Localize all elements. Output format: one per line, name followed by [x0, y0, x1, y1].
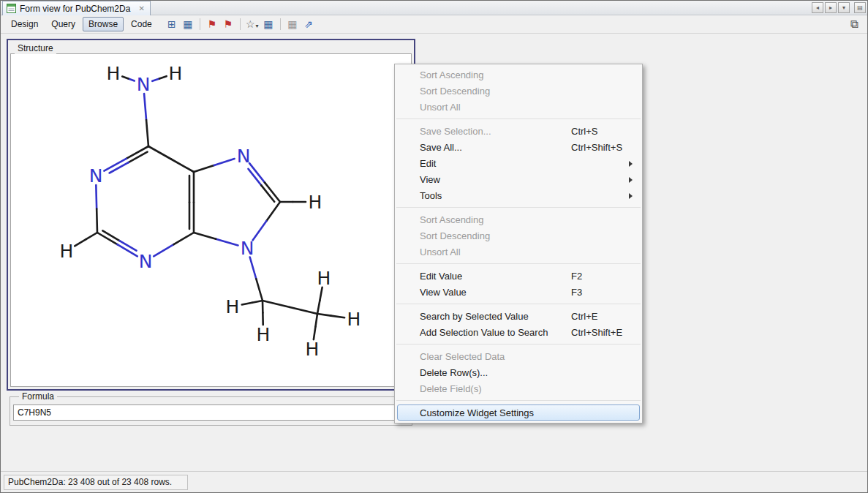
menu-item-customize-widget-settings[interactable]: Customize Widget Settings [397, 404, 640, 421]
tab-bar: Form view for PubChem2Da ✕ ◂▸▾▤ [1, 1, 867, 15]
toolbar: DesignQueryBrowseCode ⊞▦⚑⚑☆▾▦▦⇗ ⧉ [1, 15, 867, 34]
toolbar-separator [200, 18, 200, 30]
menu-separator [396, 344, 641, 345]
selection-flag-add-icon[interactable]: ⚑ [220, 17, 236, 31]
bond-line [152, 79, 159, 81]
menu-item-unsort-all: Unsort All [397, 244, 640, 260]
menu-item-add-selection-value-to-search[interactable]: Add Selection Value to SearchCtrl+Shift+… [397, 324, 640, 340]
atom-label-h: H [317, 268, 331, 289]
menu-item-label: Add Selection Value to Search [420, 327, 548, 338]
diagonal-resize-icon[interactable]: ⇗ [301, 17, 317, 31]
menu-item-label: Delete Row(s)... [420, 367, 488, 378]
bond-line [216, 239, 238, 246]
menu-item-shortcut: F2 [571, 268, 582, 285]
toolbar-button-code[interactable]: Code [125, 17, 158, 31]
menu-item-label: Customize Widget Settings [420, 407, 534, 418]
submenu-arrow-icon [629, 177, 633, 183]
bond-line [331, 316, 345, 318]
atom-label-n: N [137, 74, 151, 95]
locked-grid-icon[interactable]: ▦ [260, 17, 276, 31]
menu-item-save-selection: Save Selection...Ctrl+S [397, 123, 640, 139]
menu-item-search-by-selected-value[interactable]: Search by Selected ValueCtrl+E [397, 308, 640, 324]
formula-field[interactable]: C7H9N5 [13, 404, 409, 421]
toolbar-button-browse[interactable]: Browse [83, 17, 124, 31]
bond-line [194, 165, 214, 172]
dropdown-arrow-icon[interactable]: ▾ [256, 23, 259, 29]
menu-item-label: Clear Selected Data [420, 351, 505, 362]
atom-label-h: H [226, 296, 240, 317]
bond-line [75, 239, 86, 246]
toolbar-button-query[interactable]: Query [45, 17, 81, 31]
bond-line [250, 257, 257, 279]
toolbar-button-design[interactable]: Design [5, 17, 44, 31]
bond-line [119, 241, 136, 251]
toolbar-mode-buttons: DesignQueryBrowseCode [5, 17, 158, 31]
menu-item-shortcut: Ctrl+Shift+E [571, 325, 622, 341]
bond-line [252, 301, 263, 303]
menu-item-save-all[interactable]: Save All...Ctrl+Shift+S [397, 139, 640, 155]
menu-item-label: Search by Selected Value [420, 311, 529, 322]
tab-title: Form view for PubChem2Da [20, 4, 130, 14]
molecule-svg: HNHNHNNHNHHHHH [11, 54, 412, 387]
structure-canvas[interactable]: HNHNHNNHNHHHHH [10, 53, 412, 387]
bond-line [148, 146, 171, 159]
bond-line [174, 233, 194, 244]
bond-line [122, 76, 128, 78]
atom-label-n: N [139, 251, 153, 272]
maximize-view-button[interactable]: ▤ [854, 2, 866, 13]
menu-item-delete-field-s: Delete Field(s) [397, 380, 640, 396]
status-bar: PubChem2Da: 23 408 out of 23 408 rows. [1, 471, 867, 492]
favorites-dropdown-icon[interactable]: ☆▾ [244, 17, 260, 31]
menu-item-edit-value[interactable]: Edit ValueF2 [397, 268, 640, 284]
menu-item-label: Sort Ascending [420, 69, 483, 80]
menu-item-label: Save Selection... [420, 126, 491, 137]
menu-item-shortcut: Ctrl+S [571, 124, 597, 140]
atom-label-n: N [241, 238, 254, 259]
grid-view-icon[interactable]: ▦ [180, 17, 196, 31]
bond-line [253, 221, 267, 240]
bond-line [97, 208, 97, 233]
bond-line [154, 244, 173, 256]
menu-item-label: Delete Field(s) [420, 383, 482, 394]
menu-item-tools[interactable]: Tools [397, 187, 640, 203]
formula-widget: Formula C7H9N5 [10, 396, 412, 426]
menu-item-label: Edit Value [420, 271, 462, 282]
bond-line [242, 303, 252, 305]
menu-item-edit[interactable]: Edit [397, 155, 640, 171]
menu-separator [396, 263, 641, 264]
tab-list-button[interactable]: ▾ [838, 2, 850, 13]
menu-item-view-value[interactable]: View ValueF3 [397, 284, 640, 300]
toolbar-separator [280, 18, 281, 30]
formula-label: Formula [19, 391, 57, 402]
atom-label-h: H [306, 339, 320, 360]
menu-item-sort-ascending: Sort Ascending [397, 211, 640, 227]
insert-row-icon[interactable]: ⊞ [164, 17, 180, 31]
menu-item-label: Sort Descending [420, 86, 490, 97]
menu-item-shortcut: F3 [571, 285, 582, 301]
scroll-right-button[interactable]: ▸ [825, 2, 837, 13]
structure-label: Structure [15, 43, 56, 54]
atom-label-n: N [89, 165, 103, 187]
bond-line [159, 76, 167, 78]
columns-layout-icon[interactable]: ⧉ [845, 17, 863, 31]
menu-item-shortcut: Ctrl+E [571, 309, 597, 325]
selection-flag-icon[interactable]: ⚑ [204, 17, 220, 31]
menu-item-delete-row-s[interactable]: Delete Row(s)... [397, 364, 640, 380]
menu-item-label: Edit [420, 158, 436, 169]
menu-item-label: Unsort All [420, 246, 461, 257]
bond-line [96, 185, 97, 209]
menu-item-label: Unsort All [420, 102, 461, 113]
bond-line [290, 307, 318, 314]
menu-separator [396, 118, 641, 119]
atom-label-h: H [309, 192, 322, 213]
bond-line [315, 314, 317, 327]
disabled-grid-icon[interactable]: ▦ [284, 17, 301, 31]
tab-form-view[interactable]: Form view for PubChem2Da ✕ [2, 1, 151, 15]
menu-item-label: View Value [420, 287, 467, 298]
menu-item-view[interactable]: View [397, 171, 640, 187]
bond-line [110, 162, 129, 173]
tab-close-icon[interactable]: ✕ [138, 4, 144, 12]
structure-widget[interactable]: Structure HNHNHNNHNHHHHH [7, 39, 415, 391]
scroll-left-button[interactable]: ◂ [812, 2, 823, 13]
bond-line [86, 233, 97, 239]
